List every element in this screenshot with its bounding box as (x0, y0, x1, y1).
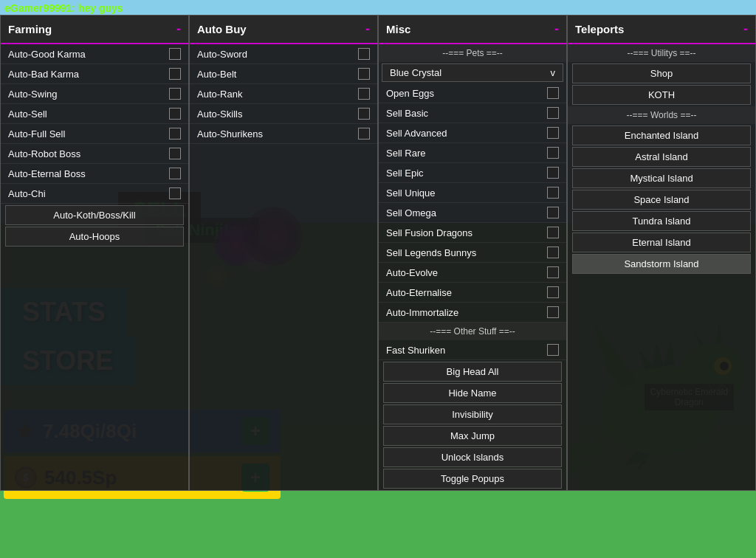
farming-label-3: Auto-Sell (8, 108, 47, 120)
misc-checkbox-1[interactable] (547, 107, 559, 119)
misc-item-big-head[interactable]: Big Head All (383, 362, 562, 382)
teleport-utils-label-0: Shop (650, 68, 673, 79)
misc-item-sell-basic[interactable]: Sell Basic (379, 103, 566, 123)
misc-checkbox-8[interactable] (547, 247, 559, 258)
misc-item-sell-unique[interactable]: Sell Unique (379, 183, 566, 203)
pets-header: --=== Pets ==-- (379, 44, 566, 62)
pet-dropdown[interactable]: Blue Crystal v (382, 63, 563, 82)
teleport-item-eternal[interactable]: Eternal Island (572, 232, 751, 252)
misc-item-sell-fusion[interactable]: Sell Fusion Dragons (379, 223, 566, 243)
farming-menu-header: Farming - (1, 16, 188, 44)
misc-item-sell-rare[interactable]: Sell Rare (379, 143, 566, 163)
misc-checkbox-11[interactable] (547, 306, 559, 318)
misc-label-6: Sell Omega (386, 207, 436, 218)
auto-buy-item-skills[interactable]: Auto-Skills (190, 104, 377, 124)
auto-buy-label-2: Auto-Rank (197, 89, 242, 100)
misc-item-toggle-popups[interactable]: Toggle Popups (383, 469, 562, 489)
misc-checkbox-7[interactable] (547, 227, 559, 238)
teleport-item-enchanted[interactable]: Enchanted Island (572, 125, 751, 145)
farming-item-hoops[interactable]: Auto-Hoops (5, 227, 184, 247)
auto-buy-checkbox-0[interactable] (358, 48, 370, 60)
misc-item-sell-legends[interactable]: Sell Legends Bunnys (379, 243, 566, 263)
farming-item-koth[interactable]: Auto-Koth/Boss/Kill (5, 205, 184, 225)
farming-checkbox-2[interactable] (169, 88, 181, 100)
teleport-world-label-6: Sandstorm Island (624, 258, 698, 269)
farming-item-swing[interactable]: Auto-Swing (1, 84, 188, 104)
misc-label-0: Open Eggs (386, 88, 434, 99)
teleport-utils-label-1: KOTH (648, 89, 675, 100)
misc-item-sell-advanced[interactable]: Sell Advanced (379, 123, 566, 143)
auto-buy-close-button[interactable]: - (365, 21, 370, 37)
misc-item-immortalize[interactable]: Auto-Immortalize (379, 303, 566, 323)
teleport-item-koth[interactable]: KOTH (572, 85, 751, 105)
misc-checkbox-6[interactable] (547, 207, 559, 218)
misc-other-label-5: Unlock Islands (441, 452, 504, 463)
auto-buy-checkbox-2[interactable] (358, 88, 370, 100)
teleports-menu: Teleports - --=== Utilitys ==-- Shop KOT… (567, 15, 756, 491)
farming-checkbox-4[interactable] (169, 128, 181, 140)
farming-checkbox-1[interactable] (169, 68, 181, 80)
pet-dropdown-value: Blue Crystal (390, 67, 441, 78)
misc-checkbox-4[interactable] (547, 167, 559, 179)
farming-close-button[interactable]: - (176, 21, 181, 37)
teleport-item-space[interactable]: Space Island (572, 190, 751, 210)
teleport-item-sandstorm[interactable]: Sandstorm Island (572, 254, 751, 274)
misc-checkbox-9[interactable] (547, 266, 559, 278)
teleport-item-mystical[interactable]: Mystical Island (572, 168, 751, 188)
auto-buy-item-rank[interactable]: Auto-Rank (190, 84, 377, 104)
farming-menu: Farming - Auto-Good Karma Auto-Bad Karma… (0, 15, 189, 491)
farming-item-sell[interactable]: Auto-Sell (1, 104, 188, 124)
farming-checkbox-0[interactable] (169, 48, 181, 60)
farming-item-bad-karma[interactable]: Auto-Bad Karma (1, 64, 188, 84)
misc-checkbox-2[interactable] (547, 127, 559, 139)
auto-buy-label-4: Auto-Shurikens (197, 128, 263, 140)
misc-label-9: Auto-Evolve (386, 267, 438, 278)
misc-item-unlock-islands[interactable]: Unlock Islands (383, 447, 562, 467)
auto-buy-checkbox-4[interactable] (358, 128, 370, 140)
misc-other-label-0: Fast Shuriken (386, 345, 445, 356)
misc-item-max-jump[interactable]: Max Jump (383, 426, 562, 446)
misc-item-fast-shuriken[interactable]: Fast Shuriken (379, 340, 566, 360)
auto-buy-label-1: Auto-Belt (197, 69, 236, 80)
teleport-item-shop[interactable]: Shop (572, 63, 751, 83)
farming-item-full-sell[interactable]: Auto-Full Sell (1, 124, 188, 144)
misc-checkbox-5[interactable] (547, 187, 559, 199)
teleport-world-label-0: Enchanted Island (625, 130, 698, 141)
farming-item-eternal-boss[interactable]: Auto-Eternal Boss (1, 164, 188, 184)
farming-item-chi[interactable]: Auto-Chi (1, 184, 188, 204)
misc-checkbox-10[interactable] (547, 286, 559, 298)
misc-item-eternalise[interactable]: Auto-Eternalise (379, 283, 566, 303)
farming-checkbox-7[interactable] (169, 187, 181, 199)
farming-item-good-karma[interactable]: Auto-Good Karma (1, 44, 188, 64)
auto-buy-item-sword[interactable]: Auto-Sword (190, 44, 377, 64)
worlds-header: --=== Worlds ==-- (568, 106, 755, 124)
teleport-item-astral[interactable]: Astral Island (572, 147, 751, 167)
misc-item-sell-epic[interactable]: Sell Epic (379, 163, 566, 183)
misc-item-hide-name[interactable]: Hide Name (383, 383, 562, 403)
farming-checkbox-6[interactable] (169, 168, 181, 179)
farming-item-robot-boss[interactable]: Auto-Robot Boss (1, 144, 188, 164)
teleport-item-tundra[interactable]: Tundra Island (572, 211, 751, 231)
auto-buy-item-shurikens[interactable]: Auto-Shurikens (190, 124, 377, 144)
teleports-close-button[interactable]: - (743, 21, 748, 37)
auto-buy-checkbox-1[interactable] (358, 68, 370, 80)
farming-checkbox-3[interactable] (169, 108, 181, 120)
misc-close-button[interactable]: - (554, 21, 559, 37)
misc-item-open-eggs[interactable]: Open Eggs (379, 83, 566, 103)
misc-other-label-1: Big Head All (447, 366, 499, 377)
auto-buy-menu: Auto Buy - Auto-Sword Auto-Belt Auto-Ran… (189, 15, 378, 491)
farming-label-5: Auto-Robot Boss (8, 148, 80, 159)
misc-other-label-6: Toggle Popups (441, 473, 504, 484)
farming-checkbox-5[interactable] (169, 148, 181, 159)
misc-menu: Misc - --=== Pets ==-- Blue Crystal v Op… (378, 15, 567, 491)
misc-item-invisibility[interactable]: Invisibility (383, 404, 562, 424)
misc-item-sell-omega[interactable]: Sell Omega (379, 203, 566, 223)
farming-label-8: Auto-Koth/Boss/Kill (53, 210, 135, 221)
misc-item-evolve[interactable]: Auto-Evolve (379, 263, 566, 283)
teleports-title: Teleports (575, 23, 624, 35)
misc-checkbox-0[interactable] (547, 87, 559, 99)
auto-buy-checkbox-3[interactable] (358, 108, 370, 120)
auto-buy-item-belt[interactable]: Auto-Belt (190, 64, 377, 84)
misc-other-checkbox-0[interactable] (547, 344, 559, 356)
misc-checkbox-3[interactable] (547, 147, 559, 159)
